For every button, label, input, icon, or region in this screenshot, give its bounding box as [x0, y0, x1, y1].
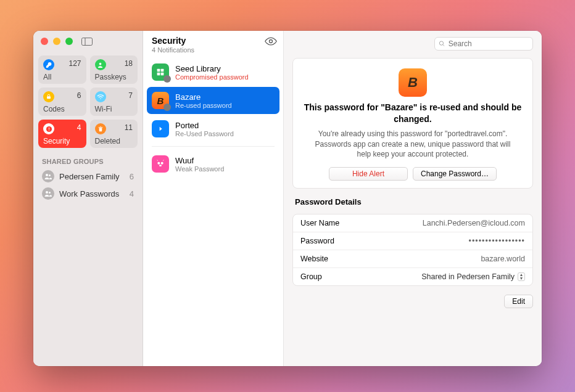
sidebar-count: 18 [125, 59, 133, 68]
svg-rect-7 [49, 130, 49, 131]
sidebar-item-codes[interactable]: 6 Codes [38, 88, 86, 116]
sidebar-count: 11 [125, 123, 133, 132]
svg-line-22 [443, 44, 444, 46]
svg-rect-3 [47, 96, 51, 99]
shared-groups-header: SHARED GROUPS [33, 149, 143, 168]
trash-icon [95, 123, 106, 134]
detail-row-group[interactable]: Group Shared in Pedersen Family ▴▾ [293, 268, 532, 285]
group-label: Work Passwords [59, 189, 125, 198]
detail-key: Website [300, 255, 328, 263]
item-subtitle: Re-used password [175, 102, 232, 109]
svg-point-18 [157, 162, 160, 165]
window-titlebar [33, 31, 143, 52]
change-password-button[interactable]: Change Password… [413, 167, 497, 181]
item-subtitle: Compromised password [175, 73, 249, 81]
detail-row-website[interactable]: Website bazare.world [293, 250, 532, 268]
sidebar-toggle-icon[interactable] [81, 37, 94, 46]
list-title: Security [152, 36, 194, 46]
sidebar-label: Security [43, 137, 81, 145]
window-controls [41, 38, 73, 45]
list-item[interactable]: Seed Library Compromised password [147, 59, 279, 86]
minimize-window-button[interactable] [53, 38, 60, 45]
list-item[interactable]: Wuuf Weak Password [147, 150, 279, 178]
svg-point-19 [161, 162, 163, 165]
group-select[interactable]: Shared in Pedersen Family ▴▾ [421, 272, 525, 281]
zoom-window-button[interactable] [65, 38, 73, 45]
app-monogram: B [157, 96, 164, 106]
sidebar-item-wifi[interactable]: 7 Wi-Fi [90, 88, 138, 116]
dropdown-stepper-icon: ▴▾ [518, 272, 525, 281]
item-subtitle: Weak Password [175, 165, 224, 173]
lock-icon [43, 91, 54, 102]
search-field[interactable] [449, 39, 529, 48]
security-list-column: Security 4 Notifications Seed Library Co… [143, 31, 284, 366]
password-details-list: User Name Lanchi.Pedersen@icloud.com Pas… [292, 214, 533, 286]
list-item[interactable]: B Bazare Re-used password [147, 87, 279, 114]
detail-pane: B This password for "Bazare" is re-used … [284, 31, 542, 366]
detail-value: bazare.world [481, 255, 525, 263]
item-title: Ported [175, 121, 234, 130]
search-input[interactable] [434, 37, 533, 51]
security-list: Seed Library Compromised password B Baza… [143, 57, 283, 179]
sidebar: 127 All 18 Passkeys 6 [33, 31, 143, 366]
list-header: Security 4 Notifications [143, 31, 283, 57]
exclaim-icon [43, 123, 54, 134]
wifi-icon [95, 91, 106, 102]
sidebar-count: 127 [68, 59, 81, 68]
sidebar-count: 4 [77, 123, 81, 132]
edit-button[interactable]: Edit [504, 295, 533, 308]
sidebar-count: 6 [77, 91, 81, 100]
item-subtitle: Re-Used Password [175, 130, 234, 137]
detail-value: ••••••••••••••••• [469, 237, 525, 245]
group-count: 4 [130, 189, 134, 198]
detail-key: User Name [300, 219, 339, 227]
sidebar-label: Wi-Fi [95, 105, 133, 113]
person-icon [95, 59, 106, 70]
list-separator [152, 146, 275, 147]
app-icon-large: B [399, 68, 427, 97]
svg-rect-13 [157, 69, 160, 72]
detail-value: Lanchi.Pedersen@icloud.com [423, 219, 525, 227]
detail-key: Password [300, 237, 334, 245]
item-title: Wuuf [175, 156, 224, 165]
sidebar-count: 7 [128, 91, 133, 100]
sidebar-category-grid: 127 All 18 Passkeys 6 [33, 52, 143, 149]
key-icon [43, 59, 54, 70]
app-icon: B [152, 92, 169, 109]
svg-point-21 [439, 41, 443, 45]
svg-point-20 [159, 165, 162, 166]
app-icon [152, 63, 169, 81]
close-window-button[interactable] [41, 38, 48, 45]
svg-rect-16 [161, 73, 164, 76]
svg-point-4 [100, 98, 101, 99]
reveal-passwords-button[interactable] [265, 37, 277, 48]
list-item[interactable]: Ported Re-Used Password [147, 115, 279, 142]
group-count: 6 [130, 172, 134, 181]
item-title: Bazare [175, 92, 232, 102]
sidebar-item-passkeys[interactable]: 18 Passkeys [90, 55, 138, 84]
passwords-app-window: 127 All 18 Passkeys 6 [33, 31, 542, 366]
group-icon [42, 187, 54, 200]
svg-rect-0 [82, 38, 93, 45]
detail-row-username[interactable]: User Name Lanchi.Pedersen@icloud.com [293, 214, 532, 232]
svg-point-2 [99, 62, 102, 65]
svg-rect-6 [49, 127, 49, 129]
app-icon [152, 120, 169, 137]
alert-body: You're already using this password for "… [311, 129, 515, 160]
sidebar-label: Deleted [95, 137, 133, 145]
hide-alert-button[interactable]: Hide Alert [329, 167, 408, 181]
sidebar-item-security[interactable]: 4 Security [38, 120, 86, 148]
shared-group-row[interactable]: Work Passwords 4 [33, 185, 143, 202]
list-subtitle: 4 Notifications [152, 46, 194, 54]
group-label: Pedersen Family [59, 172, 125, 181]
sidebar-item-all[interactable]: 127 All [38, 55, 86, 84]
svg-rect-15 [157, 73, 160, 76]
sidebar-item-deleted[interactable]: 11 Deleted [90, 120, 138, 148]
alert-title: This password for "Bazare" is re-used an… [303, 102, 523, 125]
shared-group-row[interactable]: Pedersen Family 6 [33, 168, 143, 185]
svg-point-8 [46, 174, 48, 176]
sidebar-label: Passkeys [95, 73, 133, 81]
detail-key: Group [300, 272, 322, 281]
detail-row-password[interactable]: Password ••••••••••••••••• [293, 232, 532, 250]
password-details-header: Password Details [292, 196, 533, 206]
